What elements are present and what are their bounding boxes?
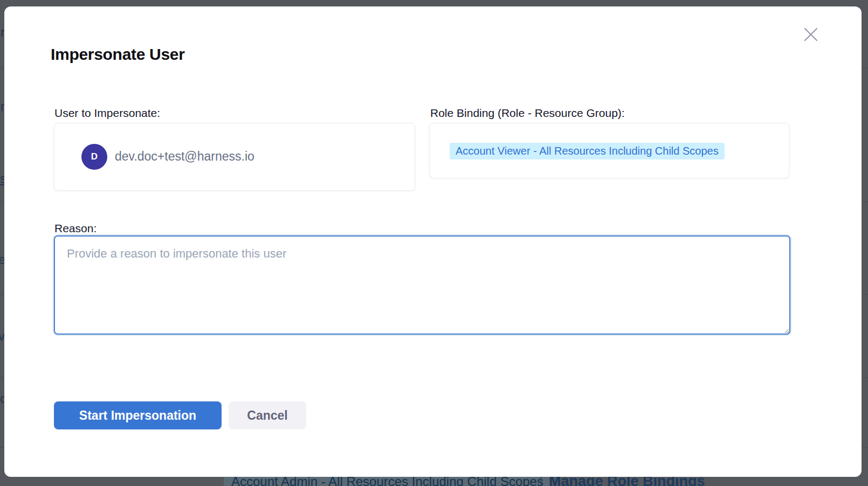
impersonate-user-dialog: Impersonate User User to Impersonate: Ro… bbox=[4, 6, 862, 477]
role-binding-card: Account Viewer - All Resources Including… bbox=[429, 123, 789, 178]
role-binding-label: Role Binding (Role - Resource Group): bbox=[430, 107, 625, 120]
user-to-impersonate-label: User to Impersonate: bbox=[54, 107, 160, 120]
role-binding-tag: Account Viewer - All Resources Including… bbox=[450, 143, 725, 159]
cancel-button[interactable]: Cancel bbox=[229, 401, 306, 429]
user-card: D dev.doc+test@harness.io bbox=[54, 123, 415, 191]
user-avatar: D bbox=[81, 144, 107, 170]
reason-label: Reason: bbox=[54, 222, 97, 235]
close-icon[interactable] bbox=[802, 25, 820, 44]
dialog-title: Impersonate User bbox=[51, 45, 185, 64]
user-email: dev.doc+test@harness.io bbox=[115, 149, 254, 164]
start-impersonation-button[interactable]: Start Impersonation bbox=[54, 401, 222, 429]
reason-input[interactable] bbox=[54, 235, 790, 335]
